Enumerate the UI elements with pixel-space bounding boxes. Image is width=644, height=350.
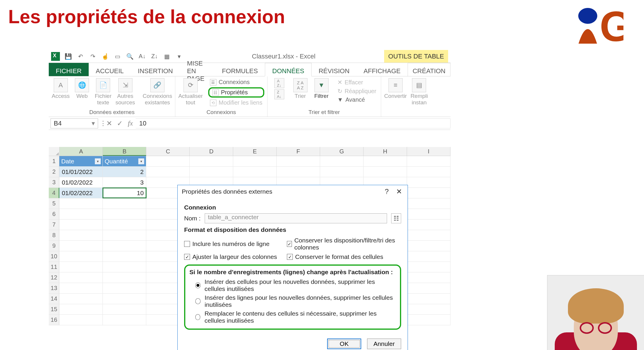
touch-mode-icon[interactable]: ☝ (101, 52, 109, 61)
tab-layout[interactable]: MISE EN PAGE (180, 63, 215, 76)
row-header[interactable]: 4 (49, 188, 59, 198)
dialog-titlebar[interactable]: Propriétés des données externes ? ✕ (178, 185, 408, 198)
row-header[interactable]: 1 (49, 156, 59, 166)
col-header-I[interactable]: I (407, 147, 450, 156)
pivot-icon[interactable]: ▦ (163, 52, 171, 61)
radio-insert-cells[interactable]: Insérer des cellules pour les nouvelles … (189, 277, 396, 293)
btn-flash-fill[interactable]: ▤Rempli instan (410, 78, 428, 106)
btn-refresh-all[interactable]: ⟳Actualiser tout (178, 78, 203, 106)
row-header[interactable]: 2 (49, 167, 59, 177)
namebox-dropdown-icon[interactable]: ▾ (92, 120, 95, 127)
btn-text-file[interactable]: 📄Fichier texte (94, 78, 112, 106)
table-header-qty[interactable]: Quantité▾ (103, 156, 146, 166)
col-header-H[interactable]: H (364, 147, 407, 156)
ok-button[interactable]: OK (327, 339, 361, 349)
col-header-A[interactable]: A (60, 147, 103, 156)
table-header-date[interactable]: Date▾ (59, 156, 103, 166)
tab-file[interactable]: FICHIER (49, 63, 89, 76)
row-header[interactable]: 7 (49, 220, 59, 230)
col-header-C[interactable]: C (146, 147, 190, 156)
select-all-corner[interactable] (49, 147, 60, 156)
btn-sort[interactable]: Z AA ZTrier (292, 78, 309, 99)
btn-access[interactable]: AAccess (52, 78, 70, 99)
sources-icon: ⇲ (118, 78, 132, 92)
btn-filter[interactable]: ▼Filtrer (313, 78, 330, 99)
cancel-edit-icon[interactable]: ✕ (104, 118, 115, 129)
btn-convert[interactable]: ≡Convertir (384, 78, 407, 99)
chk-include-row-numbers[interactable]: Inclure les numéros de ligne (184, 237, 278, 251)
btn-properties[interactable]: ☷Propriétés (208, 87, 264, 98)
cancel-button[interactable]: Annuler (367, 339, 401, 349)
row-header[interactable]: 14 (49, 294, 59, 304)
btn-other-sources[interactable]: ⇲Autres sources (115, 78, 135, 106)
row-header[interactable]: 15 (49, 304, 59, 314)
btn-edit-links[interactable]: ⟲Modifier les liens (208, 99, 264, 107)
save-icon[interactable]: 💾 (64, 52, 72, 61)
btn-sort-desc[interactable]: ZA↓ (270, 89, 288, 99)
row-header[interactable]: 11 (49, 262, 59, 272)
row-header[interactable]: 6 (49, 209, 59, 219)
cell[interactable]: 2 (103, 167, 146, 177)
row-header[interactable]: 10 (49, 251, 59, 262)
connection-properties-button[interactable]: ☷ (391, 213, 401, 223)
col-header-F[interactable]: F (277, 147, 320, 156)
cell[interactable]: 01/02/2022 (59, 177, 103, 187)
btn-clear[interactable]: ✕Effacer (336, 78, 378, 86)
chk-preserve-layout[interactable]: Conserver les disposition/filtre/tri des… (287, 237, 401, 251)
col-header-D[interactable]: D (190, 147, 233, 156)
fx-icon[interactable]: fx (125, 118, 136, 129)
btn-connections[interactable]: ☰Connexions (208, 78, 264, 86)
row-header[interactable]: 13 (49, 283, 59, 293)
row-header[interactable]: 5 (49, 198, 59, 209)
cell[interactable]: 01/01/2022 (59, 167, 103, 177)
qat-dropdown-icon[interactable]: ▾ (175, 52, 183, 61)
name-box[interactable]: B4 ▾ (51, 118, 98, 128)
confirm-edit-icon[interactable]: ✓ (115, 118, 125, 129)
tab-review[interactable]: RÉVISION (312, 63, 357, 76)
tab-insert[interactable]: INSERTION (131, 63, 180, 76)
tab-data[interactable]: DONNÉES (265, 63, 312, 76)
dialog-close-button[interactable]: ✕ (395, 187, 403, 196)
checkbox-icon (184, 254, 190, 260)
col-header-E[interactable]: E (233, 147, 277, 156)
excel-icon (51, 52, 60, 61)
dialog-help-button[interactable]: ? (382, 187, 391, 196)
reapply-icon: ↻ (337, 88, 342, 95)
btn-reapply[interactable]: ↻Réappliquer (336, 87, 378, 95)
filter-dropdown-icon[interactable]: ▾ (95, 158, 101, 164)
sort-asc-icon[interactable]: A↓ (138, 52, 146, 61)
redo-icon[interactable]: ↷ (89, 52, 97, 61)
web-icon: 🌐 (75, 78, 89, 92)
tab-formulas[interactable]: FORMULES (215, 63, 265, 76)
btn-existing-connections[interactable]: 🔗Connexions existantes (143, 78, 172, 106)
cell[interactable]: 01/02/2022 (59, 188, 103, 198)
connection-name-field[interactable]: table_a_connecter (205, 213, 387, 223)
cell[interactable]: 3 (103, 177, 146, 187)
chk-adjust-width[interactable]: Ajuster la largeur des colonnes (184, 253, 278, 260)
row-header[interactable]: 16 (49, 315, 59, 325)
row-header[interactable]: 3 (49, 177, 59, 187)
btn-web[interactable]: 🌐Web (73, 78, 91, 99)
properties-icon: ☷ (212, 89, 219, 96)
col-header-G[interactable]: G (320, 147, 364, 156)
row-header[interactable]: 12 (49, 272, 59, 283)
tab-design[interactable]: CRÉATION (408, 63, 450, 76)
active-cell[interactable]: 10 (103, 188, 146, 198)
filter-dropdown-icon[interactable]: ▾ (138, 158, 144, 164)
tab-home[interactable]: ACCUEIL (89, 63, 131, 76)
btn-advanced[interactable]: ▼Avancé (336, 96, 378, 104)
row-header[interactable]: 8 (49, 230, 59, 240)
radio-overwrite[interactable]: Remplacer le contenu des cellules si néc… (189, 309, 396, 325)
filter-icon: ▼ (315, 78, 329, 92)
row-header[interactable]: 9 (49, 241, 59, 251)
sort-desc-icon[interactable]: Z↓ (150, 52, 159, 61)
tab-view[interactable]: AFFICHAGE (357, 63, 408, 76)
radio-insert-rows[interactable]: Insérer des lignes pour les nouvelles do… (189, 293, 396, 309)
btn-sort-asc[interactable]: AZ↓ (270, 78, 288, 88)
undo-icon[interactable]: ↶ (76, 52, 85, 61)
print-preview-icon[interactable]: 🔍 (126, 52, 134, 61)
formula-input[interactable]: 10 (136, 118, 450, 128)
col-header-B[interactable]: B (103, 147, 146, 156)
new-icon[interactable]: ▭ (113, 52, 122, 61)
chk-preserve-format[interactable]: Conserver le format des cellules (287, 253, 401, 260)
